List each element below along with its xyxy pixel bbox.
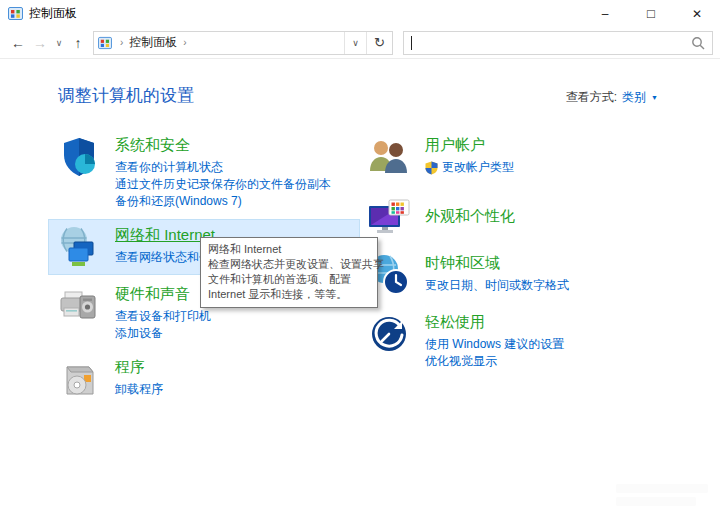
up-button[interactable]: ↑ — [67, 35, 89, 51]
link-backup-restore-win7[interactable]: 备份和还原(Windows 7) — [115, 193, 331, 210]
view-by-value-link[interactable]: 类别 — [622, 89, 646, 106]
search-box[interactable] — [403, 31, 713, 55]
back-button[interactable]: ← — [7, 35, 29, 51]
category-title-appearance-personalization[interactable]: 外观和个性化 — [425, 207, 515, 226]
page-title: 调整计算机的设置 — [58, 84, 194, 107]
link-change-account-type[interactable]: 更改帐户类型 — [442, 159, 514, 176]
watermark — [616, 480, 708, 506]
link-view-computer-status[interactable]: 查看你的计算机状态 — [115, 159, 331, 176]
category-title-programs[interactable]: 程序 — [115, 358, 145, 377]
system-security-icon[interactable] — [57, 135, 105, 179]
hardware-sound-icon[interactable] — [57, 284, 105, 328]
search-input[interactable] — [412, 32, 691, 54]
link-view-devices-printers[interactable]: 查看设备和打印机 — [115, 308, 211, 325]
category-title-user-accounts[interactable]: 用户帐户 — [425, 136, 485, 155]
link-windows-suggested-settings[interactable]: 使用 Windows 建议的设置 — [425, 336, 564, 353]
navigation-toolbar: ← → ∨ ↑ › 控制面板 › ∨ ↻ — [0, 27, 720, 59]
forward-button[interactable]: → — [29, 35, 51, 51]
category-title-clock-region[interactable]: 时钟和区域 — [425, 254, 500, 273]
user-accounts-icon[interactable] — [367, 135, 415, 179]
network-internet-icon[interactable] — [57, 225, 105, 269]
category-system-security: 系统和安全 查看你的计算机状态 通过文件历史记录保存你的文件备份副本 备份和还原… — [48, 129, 360, 216]
appearance-personalization-icon[interactable] — [367, 194, 415, 238]
category-programs: 程序 卸载程序 — [48, 351, 360, 407]
tooltip-line: 文件和计算机的首选项、配置 — [208, 272, 370, 287]
link-file-history-backup[interactable]: 通过文件历史记录保存你的文件备份副本 — [115, 176, 331, 193]
ease-of-access-icon[interactable] — [367, 312, 415, 356]
window-title: 控制面板 — [29, 5, 77, 22]
link-optimize-visual-display[interactable]: 优化视觉显示 — [425, 353, 564, 370]
address-bar[interactable]: › 控制面板 › ∨ ↻ — [93, 31, 393, 55]
link-change-date-time-number-formats[interactable]: 更改日期、时间或数字格式 — [425, 277, 569, 294]
chevron-right-icon: › — [120, 37, 123, 48]
maximize-button[interactable]: □ — [628, 0, 674, 27]
uac-shield-icon — [425, 161, 438, 175]
control-panel-icon — [8, 6, 23, 21]
chevron-right-icon: › — [183, 37, 186, 48]
link-uninstall-program[interactable]: 卸载程序 — [115, 381, 163, 398]
view-by-control: 查看方式: 类别 ▼ — [566, 89, 658, 106]
category-appearance-personalization: 外观和个性化 — [358, 188, 688, 244]
category-clock-region: 时钟和区域 更改日期、时间或数字格式 — [358, 247, 688, 303]
title-bar: 控制面板 – □ ✕ — [0, 0, 720, 27]
category-user-accounts: 用户帐户 更改帐户类型 — [358, 129, 688, 185]
search-icon[interactable] — [691, 36, 705, 50]
view-by-label: 查看方式: — [566, 89, 617, 106]
tooltip-title: 网络和 Internet — [208, 242, 370, 257]
category-ease-of-access: 轻松使用 使用 Windows 建议的设置 优化视觉显示 — [358, 306, 688, 376]
control-panel-icon — [98, 36, 112, 50]
category-title-ease-of-access[interactable]: 轻松使用 — [425, 313, 485, 332]
category-column-right: 用户帐户 更改帐户类型 外观和个性化 时钟和区域 — [358, 129, 688, 410]
page-header: 调整计算机的设置 查看方式: 类别 ▼ — [0, 59, 720, 107]
tooltip-line: 检查网络状态并更改设置、设置共享 — [208, 257, 370, 272]
tooltip-network-internet: 网络和 Internet 检查网络状态并更改设置、设置共享 文件和计算机的首选项… — [200, 237, 378, 308]
link-add-device[interactable]: 添加设备 — [115, 325, 211, 342]
close-button[interactable]: ✕ — [674, 0, 720, 27]
category-title-system-security[interactable]: 系统和安全 — [115, 136, 190, 155]
breadcrumb: › 控制面板 › — [94, 32, 344, 54]
chevron-down-icon[interactable]: ▼ — [651, 94, 658, 101]
refresh-icon[interactable]: ↻ — [366, 32, 392, 54]
category-title-hardware-sound[interactable]: 硬件和声音 — [115, 285, 190, 304]
tooltip-line: Internet 显示和连接，等等。 — [208, 287, 370, 302]
history-dropdown-icon[interactable]: ∨ — [51, 38, 67, 48]
minimize-button[interactable]: – — [582, 0, 628, 27]
breadcrumb-control-panel[interactable]: 控制面板 — [129, 34, 177, 51]
programs-icon[interactable] — [57, 357, 105, 401]
address-dropdown-icon[interactable]: ∨ — [344, 32, 366, 54]
